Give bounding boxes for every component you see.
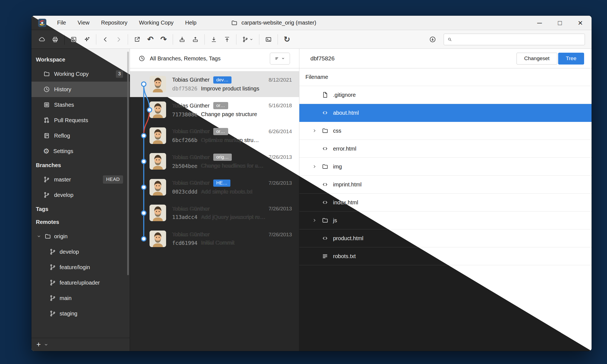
sidebar-item-history[interactable]: History (31, 82, 130, 97)
file-name: about.html (333, 110, 359, 116)
back-button[interactable] (99, 33, 112, 46)
expand-chevron-icon[interactable] (312, 218, 321, 223)
remote-origin[interactable]: origin (31, 229, 130, 244)
author-avatar (150, 101, 166, 118)
cloud-icon (38, 36, 46, 43)
branch-item-master[interactable]: master HEAD (31, 172, 130, 187)
undo-button[interactable]: ↶ (144, 33, 157, 46)
file-name: css (333, 128, 341, 134)
terminal-button[interactable] (262, 33, 275, 46)
commit-row[interactable]: Tobias Günther or… 6/26/2014 6bcf266b Op… (130, 123, 299, 149)
file-name: imprint.html (333, 181, 361, 188)
history-clock-icon (138, 55, 145, 62)
magic-button[interactable] (80, 33, 94, 46)
expand-chevron-icon[interactable] (312, 128, 321, 133)
sidebar-item-working-copy[interactable]: Working Copy 3 (31, 66, 130, 82)
commit-row[interactable]: Tobias Günther orig… 7/26/2013 2b504bee … (130, 149, 299, 175)
folder-icon (321, 217, 329, 224)
branch-item-develop[interactable]: develop (31, 187, 130, 203)
download-button[interactable] (426, 33, 439, 46)
menu-working-copy[interactable]: Working Copy (133, 16, 179, 30)
menu-bar: File View Repository Working Copy Help (51, 16, 202, 30)
file-row[interactable]: img (299, 158, 592, 176)
close-button[interactable]: × (578, 19, 583, 27)
fetch-cloud-button[interactable] (35, 33, 49, 46)
commit-sha: dbf75826 (172, 85, 198, 92)
code-file-icon (321, 181, 329, 188)
pull-request-icon (43, 117, 50, 124)
pull-button[interactable] (207, 33, 220, 46)
working-copy-count-badge: 3 (116, 70, 123, 78)
branch-icon (49, 310, 56, 317)
apply-stash-button[interactable] (189, 33, 202, 46)
sidebar-item-settings[interactable]: ⚙ Settings (31, 143, 130, 159)
undo-icon: ↶ (147, 36, 153, 43)
redo-button[interactable]: ↷ (157, 33, 170, 46)
history-filter-button[interactable] (270, 53, 290, 65)
menu-view[interactable]: View (72, 16, 95, 30)
minimize-button[interactable]: ─ (537, 20, 542, 26)
refresh-button[interactable]: ↻ (280, 33, 294, 46)
menu-help[interactable]: Help (179, 16, 202, 30)
code-file-icon (321, 109, 329, 116)
stash-up-icon (192, 36, 199, 43)
commit-message: Optimize markup stru… (201, 137, 259, 143)
print-button[interactable] (49, 33, 62, 46)
commit-author: Tobias Günther (172, 128, 210, 135)
search-input[interactable] (455, 36, 581, 43)
sidebar-scrollbar[interactable] (127, 52, 129, 275)
author-avatar (150, 205, 166, 221)
commit-row[interactable]: Tobias Günther dev… 8/12/2021 dbf75826 I… (130, 71, 299, 97)
remote-branch-item[interactable]: feature/uploader (31, 275, 130, 290)
commit-row[interactable]: Tobias Günther or… 5/16/2018 7173808e Ch… (130, 97, 299, 123)
remote-branch-label: staging (60, 311, 78, 317)
search-box (444, 34, 585, 45)
stash-button[interactable] (175, 33, 189, 46)
sidebar-item-reflog[interactable]: Reflog (31, 128, 130, 143)
remote-branch-item[interactable]: staging (31, 306, 130, 321)
open-external-button[interactable] (131, 33, 144, 46)
tree-tab[interactable]: Tree (558, 53, 584, 65)
add-button[interactable]: + (36, 341, 41, 348)
folder-icon (321, 127, 329, 134)
commit-row[interactable]: Tobias Günther 7/26/2013 fcd61994 Initia… (130, 226, 299, 252)
maximize-button[interactable]: □ (558, 20, 562, 26)
file-row[interactable]: error.html (299, 140, 592, 158)
commit-message: Change page structure (201, 111, 257, 117)
forward-button[interactable] (112, 33, 125, 46)
file-row[interactable]: .gitignore (299, 86, 592, 104)
commit-date: 7/26/2013 (268, 180, 292, 186)
commit-ref-badge: or… (213, 128, 228, 135)
push-icon (223, 36, 231, 43)
branch-menu-button[interactable] (239, 33, 257, 46)
menu-file[interactable]: File (51, 16, 72, 30)
push-button[interactable] (220, 33, 234, 46)
sidebar-item-pull-requests[interactable]: Pull Requests (31, 113, 130, 128)
menu-repository[interactable]: Repository (95, 16, 133, 30)
file-row[interactable]: css (299, 122, 592, 140)
changeset-tab[interactable]: Changeset (517, 53, 557, 65)
commit-row[interactable]: Tobias Günther 7/26/2013 113adcc4 Add jQ… (130, 200, 299, 226)
commit-row[interactable]: Tobias Günther HE… 7/26/2013 0023cddd Ad… (130, 174, 299, 200)
chevron-down-icon[interactable] (44, 342, 49, 347)
commit-ref-badge: orig… (213, 154, 232, 161)
branches-section-label: Branches (31, 159, 130, 172)
folder-icon (44, 233, 51, 240)
file-name: error.html (333, 146, 356, 152)
commit-author: Tobias Günther (172, 103, 210, 109)
file-row[interactable]: imprint.html (299, 176, 592, 194)
commit-date: 7/26/2013 (268, 154, 292, 160)
author-avatar (150, 179, 166, 196)
filename-column-header: Filename (299, 68, 592, 86)
remote-branch-item[interactable]: main (31, 290, 130, 306)
file-row[interactable]: about.html (299, 104, 592, 122)
repo-folder-icon (231, 19, 238, 26)
commit-author: Tobias Günther (172, 77, 210, 83)
sidebar-item-stashes[interactable]: Stashes (31, 97, 130, 113)
remote-branch-item[interactable]: develop (31, 244, 130, 259)
stack-icon (43, 101, 50, 108)
list-icon (275, 56, 279, 61)
commit-message: Change headlines for a… (201, 163, 264, 169)
remote-branch-item[interactable]: feature/login (31, 259, 130, 275)
expand-chevron-icon[interactable] (312, 164, 321, 169)
